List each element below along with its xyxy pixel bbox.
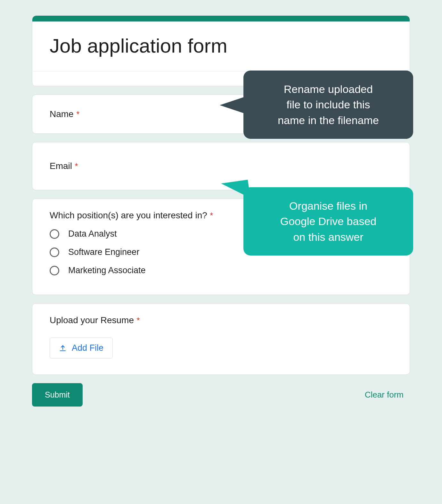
add-file-label: Add File xyxy=(72,343,103,353)
option-label: Software Engineer xyxy=(68,247,139,257)
radio-circle-icon xyxy=(50,229,59,239)
clear-form-link[interactable]: Clear form xyxy=(365,390,404,400)
question-card-email[interactable]: Email * xyxy=(32,142,410,190)
add-file-button[interactable]: Add File xyxy=(50,338,113,358)
radio-circle-icon xyxy=(50,248,59,257)
option-label: Data Analyst xyxy=(68,229,117,239)
resume-question-row: Upload your Resume * xyxy=(50,315,392,325)
required-marker: * xyxy=(75,161,78,171)
submit-button[interactable]: Submit xyxy=(32,383,83,407)
callout-organise: Organise files in Google Drive based on … xyxy=(243,187,413,256)
question-card-resume: Upload your Resume * Add File xyxy=(32,303,410,375)
option-label: Marketing Associate xyxy=(68,265,146,275)
form-footer: Submit Clear form xyxy=(32,383,410,407)
resume-label: Upload your Resume xyxy=(50,315,134,325)
upload-icon xyxy=(59,344,67,352)
required-marker: * xyxy=(136,315,140,325)
header-accent-bar xyxy=(32,16,410,21)
callout-rename-text: Rename uploaded file to include this nam… xyxy=(258,81,399,128)
position-label: Which position(s) are you interested in? xyxy=(50,210,207,220)
callout-rename: Rename uploaded file to include this nam… xyxy=(243,71,413,139)
name-label: Name xyxy=(50,109,74,119)
required-marker: * xyxy=(76,109,79,119)
radio-circle-icon xyxy=(50,266,59,275)
email-label: Email xyxy=(50,161,72,171)
callout-pointer-icon xyxy=(220,97,245,113)
callout-pointer-icon xyxy=(221,180,250,202)
callout-organise-text: Organise files in Google Drive based on … xyxy=(258,198,399,245)
required-marker: * xyxy=(210,211,213,220)
form-container: Job application form Name * Email * Whic… xyxy=(32,15,410,407)
radio-option-marketing-associate[interactable]: Marketing Associate xyxy=(50,265,392,275)
form-title: Job application form xyxy=(32,21,410,71)
